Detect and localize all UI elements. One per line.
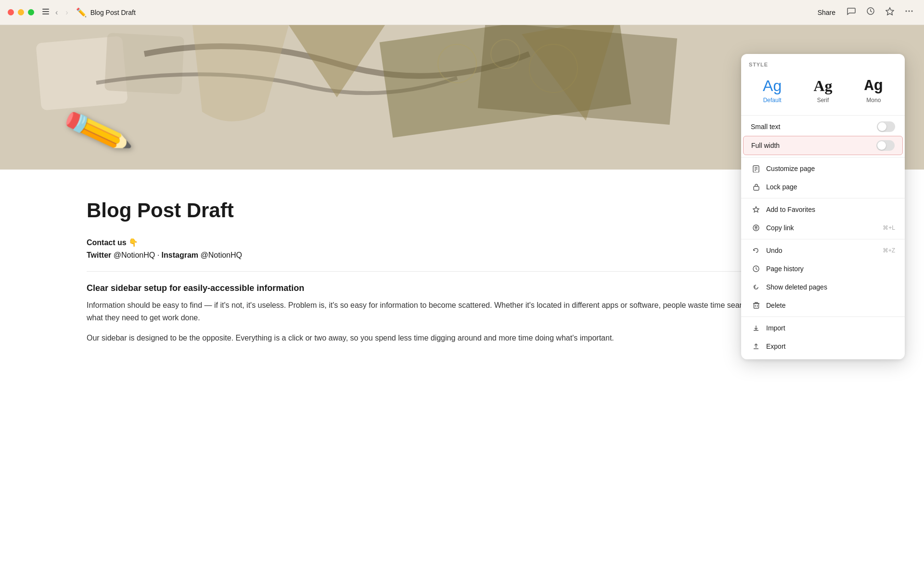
page-history-label: Page history xyxy=(766,265,895,273)
body-paragraph-2: Our sidebar is designed to be the opposi… xyxy=(87,332,837,344)
maximize-button[interactable] xyxy=(28,9,34,15)
delete-label: Delete xyxy=(766,302,895,309)
font-option-serif[interactable]: Ag Serif xyxy=(799,73,846,107)
copy-link-shortcut: ⌘+L xyxy=(883,224,895,231)
more-options-button[interactable] xyxy=(902,5,916,20)
menu-item-undo[interactable]: Undo ⌘+Z xyxy=(743,241,903,260)
menu-item-export[interactable]: Export xyxy=(743,337,903,355)
import-label: Import xyxy=(766,324,895,332)
contact-line: Contact us 👇 xyxy=(87,238,837,247)
svg-point-6 xyxy=(909,11,910,12)
close-button[interactable] xyxy=(8,9,14,15)
svg-rect-26 xyxy=(754,303,758,308)
copy-link-label: Copy link xyxy=(766,224,883,232)
main-content: ✏️ Blog Post Draft Contact us 👇 Twitter … xyxy=(0,25,924,578)
undo-icon xyxy=(751,245,761,256)
traffic-lights xyxy=(8,9,34,15)
mono-font-letter: Ag xyxy=(864,77,883,95)
add-favorites-label: Add to Favorites xyxy=(766,206,895,213)
section-heading: Clear sidebar setup for easily-accessibl… xyxy=(87,283,837,293)
mono-font-name: Mono xyxy=(866,97,881,104)
page-title-area: ✏️ Blog Post Draft xyxy=(76,7,814,18)
full-width-label: Full width xyxy=(751,142,780,149)
titlebar: ‹ › ✏️ Blog Post Draft Share xyxy=(0,0,924,25)
import-icon xyxy=(751,323,761,333)
social-line: Twitter @NotionHQ · Instagram @NotionHQ xyxy=(87,251,837,260)
full-width-toggle-row[interactable]: Full width xyxy=(743,136,903,155)
small-text-toggle[interactable] xyxy=(877,121,895,132)
style-section-label: STYLE xyxy=(749,62,897,67)
svg-rect-0 xyxy=(42,9,49,10)
page-heading: Blog Post Draft xyxy=(87,198,837,223)
undo-shortcut: ⌘+Z xyxy=(883,247,895,254)
svg-rect-2 xyxy=(42,13,49,14)
page-history-icon xyxy=(751,263,761,274)
svg-marker-23 xyxy=(753,207,759,212)
show-deleted-label: Show deleted pages xyxy=(766,283,895,291)
body-paragraph-1: Information should be easy to find — if … xyxy=(87,299,837,324)
forward-button[interactable]: › xyxy=(64,6,70,19)
dropdown-menu: STYLE Ag Default Ag Serif Ag Mono Small … xyxy=(741,54,905,359)
favorite-button[interactable] xyxy=(883,5,897,20)
style-section: STYLE Ag Default Ag Serif Ag Mono xyxy=(741,62,905,113)
back-button[interactable]: ‹ xyxy=(53,6,60,19)
page-icon: ✏️ xyxy=(76,7,87,18)
svg-point-5 xyxy=(906,11,907,12)
toggle-divider xyxy=(741,157,905,158)
font-option-mono[interactable]: Ag Mono xyxy=(850,73,897,107)
small-text-toggle-row[interactable]: Small text xyxy=(743,118,903,136)
copy-divider xyxy=(741,239,905,239)
menu-item-show-deleted[interactable]: Show deleted pages xyxy=(743,278,903,296)
style-divider xyxy=(741,115,905,116)
sidebar-toggle-button[interactable] xyxy=(42,8,50,17)
export-icon xyxy=(751,341,761,352)
share-button[interactable]: Share xyxy=(814,7,839,18)
svg-rect-1 xyxy=(42,11,49,12)
default-font-name: Default xyxy=(763,97,782,104)
content-divider xyxy=(87,271,837,272)
lock-page-icon xyxy=(751,182,761,192)
page-title: Blog Post Draft xyxy=(90,9,136,16)
menu-item-delete[interactable]: Delete xyxy=(743,296,903,315)
font-options: Ag Default Ag Serif Ag Mono xyxy=(749,73,897,107)
serif-font-name: Serif xyxy=(817,97,829,104)
show-deleted-icon xyxy=(751,282,761,292)
small-text-toggle-thumb xyxy=(878,122,886,131)
lock-divider xyxy=(741,198,905,198)
full-width-toggle-thumb xyxy=(877,141,886,150)
font-option-default[interactable]: Ag Default xyxy=(749,73,796,107)
full-width-row-wrapper: ➜ Full width xyxy=(741,136,905,155)
delete-icon xyxy=(751,300,761,311)
menu-item-customize-page[interactable]: Customize page xyxy=(743,159,903,178)
svg-marker-4 xyxy=(886,8,894,15)
minimize-button[interactable] xyxy=(18,9,24,15)
serif-font-letter: Ag xyxy=(813,77,832,95)
default-font-letter: Ag xyxy=(763,77,782,95)
small-text-label: Small text xyxy=(751,123,780,131)
svg-rect-10 xyxy=(104,33,184,94)
undo-label: Undo xyxy=(766,247,883,254)
copy-link-icon xyxy=(751,223,761,233)
customize-page-label: Customize page xyxy=(766,165,895,172)
export-label: Export xyxy=(766,342,895,350)
menu-item-add-favorites[interactable]: Add to Favorites xyxy=(743,200,903,219)
svg-point-7 xyxy=(911,11,913,12)
full-width-toggle[interactable] xyxy=(876,140,895,151)
menu-item-page-history[interactable]: Page history xyxy=(743,260,903,278)
lock-page-label: Lock page xyxy=(766,183,895,191)
titlebar-actions: Share xyxy=(814,5,916,20)
add-favorites-icon xyxy=(751,204,761,215)
menu-item-copy-link[interactable]: Copy link ⌘+L xyxy=(743,219,903,237)
menu-item-import[interactable]: Import xyxy=(743,319,903,337)
comments-button[interactable] xyxy=(844,5,859,20)
svg-rect-22 xyxy=(754,186,759,190)
customize-page-icon xyxy=(751,163,761,174)
history-button[interactable] xyxy=(863,5,878,20)
delete-divider xyxy=(741,316,905,317)
navigation-buttons: ‹ › xyxy=(53,6,70,19)
menu-item-lock-page[interactable]: Lock page xyxy=(743,178,903,196)
